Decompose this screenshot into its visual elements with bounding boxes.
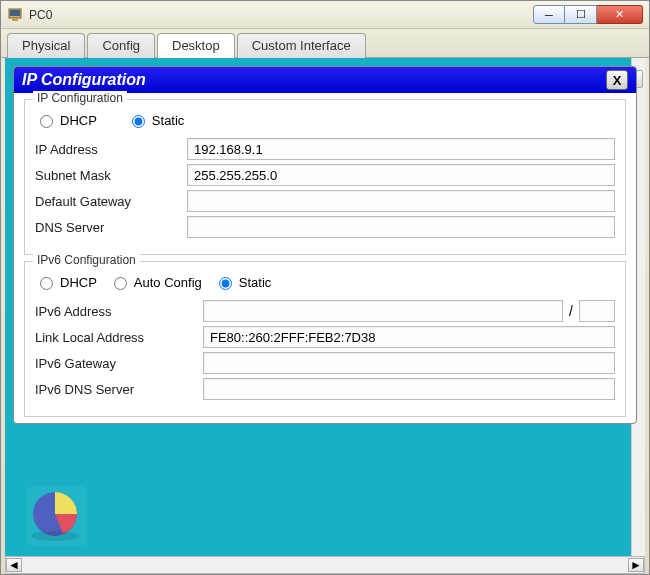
svg-rect-2 (12, 19, 18, 21)
dns-server-label: DNS Server (35, 220, 187, 235)
ip-address-label: IP Address (35, 142, 187, 157)
ipv6-dns-input[interactable] (203, 378, 615, 400)
default-gateway-input[interactable] (187, 190, 615, 212)
tabstrip: Physical Config Desktop Custom Interface (1, 29, 649, 58)
ipv6-dhcp-radio[interactable] (40, 277, 53, 290)
ipv6-address-label: IPv6 Address (35, 304, 203, 319)
pc-icon (7, 7, 23, 23)
titlebar: PC0 ─ ☐ ✕ (1, 1, 649, 29)
tab-physical[interactable]: Physical (7, 33, 85, 58)
prefix-slash: / (563, 303, 579, 319)
ipv6-static-label: Static (239, 275, 272, 290)
svg-point-5 (31, 531, 79, 541)
tab-desktop[interactable]: Desktop (157, 33, 235, 58)
ipv4-dhcp-radio[interactable] (40, 115, 53, 128)
subnet-mask-input[interactable] (187, 164, 615, 186)
ipv6-prefix-input[interactable] (579, 300, 615, 322)
scroll-left-button[interactable]: ◄ (6, 558, 22, 572)
ipv4-static-option[interactable]: Static (127, 112, 185, 128)
link-local-input[interactable] (203, 326, 615, 348)
pie-chart-icon[interactable] (25, 484, 89, 548)
ipv6-auto-label: Auto Config (134, 275, 202, 290)
tab-config[interactable]: Config (87, 33, 155, 58)
ipv6-gateway-input[interactable] (203, 352, 615, 374)
panel-close-button[interactable]: X (606, 70, 628, 90)
subnet-mask-label: Subnet Mask (35, 168, 187, 183)
ip-address-row: IP Address (35, 138, 615, 160)
ipv6-static-option[interactable]: Static (214, 274, 272, 290)
close-button[interactable]: ✕ (597, 5, 643, 24)
ip-address-input[interactable] (187, 138, 615, 160)
ipv6-dhcp-label: DHCP (60, 275, 97, 290)
ipv6-auto-option[interactable]: Auto Config (109, 274, 202, 290)
maximize-button[interactable]: ☐ (565, 5, 597, 24)
ipv6-address-input[interactable] (203, 300, 563, 322)
window-controls: ─ ☐ ✕ (533, 5, 643, 24)
subnet-mask-row: Subnet Mask (35, 164, 615, 186)
window-title: PC0 (29, 8, 52, 22)
ipv6-gateway-row: IPv6 Gateway (35, 352, 615, 374)
app-window: PC0 ─ ☐ ✕ Physical Config Desktop Custom… (0, 0, 650, 575)
tab-custom-interface[interactable]: Custom Interface (237, 33, 366, 58)
ipv6-dhcp-option[interactable]: DHCP (35, 274, 97, 290)
ipv6-auto-radio[interactable] (114, 277, 127, 290)
ipv6-dns-row: IPv6 DNS Server (35, 378, 615, 400)
dns-server-input[interactable] (187, 216, 615, 238)
ipv6-mode-row: DHCP Auto Config Static (35, 274, 615, 290)
panel-titlebar: IP Configuration X (14, 67, 636, 93)
scroll-right-button[interactable]: ► (628, 558, 644, 572)
ip-configuration-panel: IP Configuration X IP Configuration DHCP… (13, 66, 637, 424)
ipv4-static-radio[interactable] (132, 115, 145, 128)
ipv6-fieldset: IPv6 Configuration DHCP Auto Config Stat… (24, 261, 626, 417)
ipv4-dhcp-option[interactable]: DHCP (35, 112, 97, 128)
link-local-row: Link Local Address (35, 326, 615, 348)
ipv4-static-label: Static (152, 113, 185, 128)
ipv4-legend: IP Configuration (33, 91, 127, 105)
dns-server-row: DNS Server (35, 216, 615, 238)
ipv6-static-radio[interactable] (219, 277, 232, 290)
ipv4-dhcp-label: DHCP (60, 113, 97, 128)
ipv6-legend: IPv6 Configuration (33, 253, 140, 267)
svg-rect-1 (10, 10, 20, 16)
link-local-label: Link Local Address (35, 330, 203, 345)
ipv4-fieldset: IP Configuration DHCP Static IP Address (24, 99, 626, 255)
default-gateway-label: Default Gateway (35, 194, 187, 209)
minimize-button[interactable]: ─ (533, 5, 565, 24)
ipv6-address-row: IPv6 Address / (35, 300, 615, 322)
ipv6-gateway-label: IPv6 Gateway (35, 356, 203, 371)
panel-title: IP Configuration (22, 71, 146, 89)
horizontal-scrollbar[interactable]: ◄ ► (5, 556, 645, 574)
ipv6-dns-label: IPv6 DNS Server (35, 382, 203, 397)
ipv4-mode-row: DHCP Static (35, 112, 615, 128)
default-gateway-row: Default Gateway (35, 190, 615, 212)
desktop-area: IP Configuration X IP Configuration DHCP… (5, 58, 645, 558)
